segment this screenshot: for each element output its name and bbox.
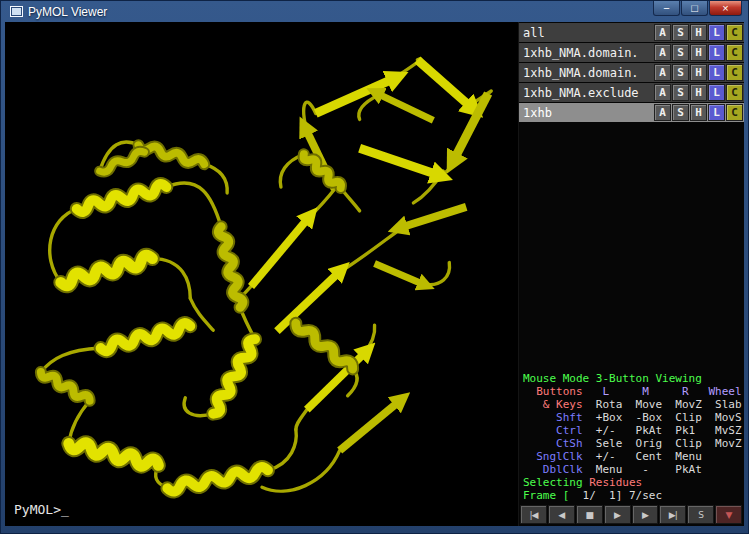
c-menu-button[interactable]: C: [726, 104, 743, 121]
window-controls: − □ ×: [652, 1, 742, 16]
a-menu-button[interactable]: A: [654, 64, 671, 81]
object-row-1xhb_NMA.exclude[interactable]: 1xhb_NMA.excludeASHLC: [519, 83, 744, 102]
h-menu-button[interactable]: H: [690, 84, 707, 101]
l-menu-button[interactable]: L: [708, 44, 725, 61]
movie-controls: |◀◀■▶▶▶|S▼: [519, 504, 744, 526]
c-menu-button[interactable]: C: [726, 44, 743, 61]
mouse-panel-text: Mouse Mode 3-Button Viewing: [523, 372, 702, 385]
mouse-snglclk-row: SnglClk +/- Cent Menu: [523, 450, 740, 463]
s-menu-button[interactable]: S: [672, 84, 689, 101]
mouse-dblclk-row: DblClk Menu - PkAt: [523, 463, 740, 476]
h-menu-button[interactable]: H: [690, 64, 707, 81]
app-icon: [10, 6, 23, 17]
stop-button[interactable]: ■: [576, 505, 603, 524]
sidebar-spacer: [519, 123, 744, 369]
mouse-panel-text: & Keys: [523, 398, 583, 411]
forward-to-end-button[interactable]: ▶|: [659, 505, 686, 524]
pymol-window: PyMOL Viewer − □ × PyMOL>_ allASHLC1xhb_…: [0, 0, 749, 534]
s-menu-button[interactable]: S: [672, 44, 689, 61]
scene-s-button[interactable]: S: [687, 505, 714, 524]
object-label[interactable]: all: [519, 26, 654, 40]
mouse-panel-text: DblClk: [523, 463, 583, 476]
mouse-panel-text: Menu - PkAt: [583, 463, 702, 476]
window-content: PyMOL>_ allASHLC1xhb_NMA.domain.ASHLC1xh…: [5, 22, 744, 526]
h-menu-button[interactable]: H: [690, 24, 707, 41]
mouse-panel-text: Buttons: [523, 385, 583, 398]
l-menu-button[interactable]: L: [708, 24, 725, 41]
c-menu-button[interactable]: C: [726, 64, 743, 81]
a-menu-button[interactable]: A: [654, 24, 671, 41]
c-menu-button[interactable]: C: [726, 84, 743, 101]
mouse-panel-text: Sele Orig Clip MovZ: [583, 437, 742, 450]
l-menu-button[interactable]: L: [708, 104, 725, 121]
s-menu-button[interactable]: S: [672, 64, 689, 81]
a-menu-button[interactable]: A: [654, 44, 671, 61]
viewport-3d[interactable]: PyMOL>_: [5, 22, 518, 526]
mouse-panel-text: Selecting: [523, 476, 589, 489]
close-button[interactable]: ×: [709, 1, 742, 16]
a-menu-button[interactable]: A: [654, 104, 671, 121]
rewind-to-start-button[interactable]: |◀: [520, 505, 547, 524]
mouse-buttons-header: Buttons L M R Wheel: [523, 385, 740, 398]
mouse-panel: Mouse Mode 3-Button Viewing Buttons L M …: [519, 369, 744, 504]
mouse-mode-line[interactable]: Mouse Mode 3-Button Viewing: [523, 372, 740, 385]
h-menu-button[interactable]: H: [690, 44, 707, 61]
object-row-1xhb[interactable]: 1xhbASHLC: [519, 103, 744, 122]
step-back-button[interactable]: ◀: [548, 505, 575, 524]
mouse-panel-text: SnglClk: [523, 450, 583, 463]
mouse-ctrl-row: Ctrl +/- PkAt Pk1 MvSZ: [523, 424, 740, 437]
s-menu-button[interactable]: S: [672, 24, 689, 41]
frame-counter-line: Frame [ 1/ 1] 7/sec: [523, 489, 740, 502]
a-menu-button[interactable]: A: [654, 84, 671, 101]
object-panel: allASHLC1xhb_NMA.domain.ASHLC1xhb_NMA.do…: [519, 22, 744, 123]
object-row-1xhb_NMA.domain.[interactable]: 1xhb_NMA.domain.ASHLC: [519, 43, 744, 62]
object-label[interactable]: 1xhb: [519, 106, 654, 120]
selecting-mode-line[interactable]: Selecting Residues: [523, 476, 740, 489]
object-label[interactable]: 1xhb_NMA.domain.: [519, 46, 654, 60]
command-prompt[interactable]: PyMOL>_: [14, 502, 69, 517]
object-label[interactable]: 1xhb_NMA.exclude: [519, 86, 654, 100]
c-menu-button[interactable]: C: [726, 24, 743, 41]
mouse-ctsh-row: CtSh Sele Orig Clip MovZ: [523, 437, 740, 450]
mouse-panel-text: +Box -Box Clip MovS: [583, 411, 742, 424]
protein-cartoon: [5, 22, 518, 526]
step-forward-button[interactable]: ▶: [632, 505, 659, 524]
mouse-panel-text: Shft: [523, 411, 583, 424]
object-row-all[interactable]: allASHLC: [519, 23, 744, 42]
play-button[interactable]: ▶: [604, 505, 631, 524]
object-label[interactable]: 1xhb_NMA.domain.: [519, 66, 654, 80]
mouse-panel-text: +/- Cent Menu: [583, 450, 702, 463]
mouse-panel-text: 1/ 1] 7/sec: [569, 489, 662, 502]
s-menu-button[interactable]: S: [672, 104, 689, 121]
mouse-shift-row: Shft +Box -Box Clip MovS: [523, 411, 740, 424]
mouse-panel-text: L M R Wheel: [583, 385, 742, 398]
title-bar[interactable]: PyMOL Viewer − □ ×: [5, 1, 744, 22]
mouse-panel-text: Ctrl: [523, 424, 583, 437]
mouse-panel-text: Residues: [589, 476, 642, 489]
mouse-panel-text: Rota Move MovZ Slab: [583, 398, 742, 411]
mouse-panel-text: Frame [: [523, 489, 569, 502]
maximize-button[interactable]: □: [681, 1, 708, 16]
l-menu-button[interactable]: L: [708, 64, 725, 81]
sidebar: allASHLC1xhb_NMA.domain.ASHLC1xhb_NMA.do…: [518, 22, 744, 526]
l-menu-button[interactable]: L: [708, 84, 725, 101]
mouse-panel-text: CtSh: [523, 437, 583, 450]
window-title: PyMOL Viewer: [28, 5, 107, 19]
minimize-button[interactable]: −: [653, 1, 680, 16]
h-menu-button[interactable]: H: [690, 104, 707, 121]
object-row-1xhb_NMA.domain.[interactable]: 1xhb_NMA.domain.ASHLC: [519, 63, 744, 82]
mouse-panel-text: +/- PkAt Pk1 MvSZ: [583, 424, 742, 437]
mouse-keys-row: & Keys Rota Move MovZ Slab: [523, 398, 740, 411]
movie-menu-button[interactable]: ▼: [715, 505, 742, 524]
